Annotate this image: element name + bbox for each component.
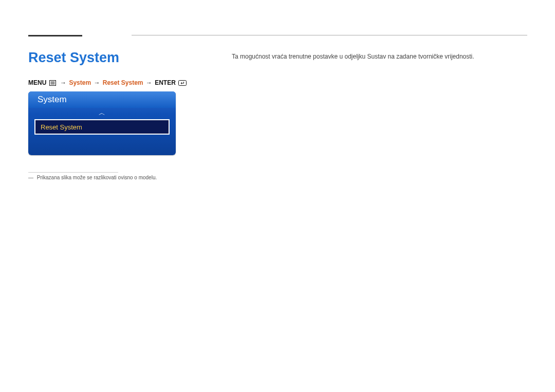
breadcrumb-system: System bbox=[69, 79, 91, 86]
osd-item-label: Reset System bbox=[41, 123, 82, 131]
header-rule-right bbox=[132, 35, 527, 35]
breadcrumb-menu: MENU bbox=[28, 79, 46, 86]
breadcrumb-arrow: → bbox=[60, 79, 66, 86]
osd-panel: System ︿ Reset System bbox=[28, 91, 176, 155]
header-rule-left bbox=[28, 35, 82, 36]
footnote-rule bbox=[28, 172, 118, 173]
menu-icon bbox=[49, 80, 56, 87]
enter-icon bbox=[178, 80, 187, 87]
breadcrumb: MENU → System → Reset System → ENTER bbox=[28, 79, 188, 87]
chevron-up-icon[interactable]: ︿ bbox=[28, 108, 176, 119]
footnote-text: Prikazana slika može se razlikovati ovis… bbox=[37, 175, 157, 180]
osd-item-reset-system[interactable]: Reset System bbox=[34, 119, 170, 135]
description-text: Ta mogućnost vraća trenutne postavke u o… bbox=[232, 53, 474, 60]
page-title: Reset System bbox=[28, 50, 119, 66]
footnote-dash: ― bbox=[28, 175, 33, 180]
osd-panel-title: System bbox=[38, 95, 67, 105]
breadcrumb-enter: ENTER bbox=[155, 79, 176, 86]
footnote: ― Prikazana slika može se razlikovati ov… bbox=[28, 175, 157, 180]
breadcrumb-arrow: → bbox=[146, 79, 152, 86]
breadcrumb-arrow: → bbox=[94, 79, 100, 86]
breadcrumb-reset-system: Reset System bbox=[103, 79, 143, 86]
osd-title-bar: System bbox=[28, 91, 176, 108]
